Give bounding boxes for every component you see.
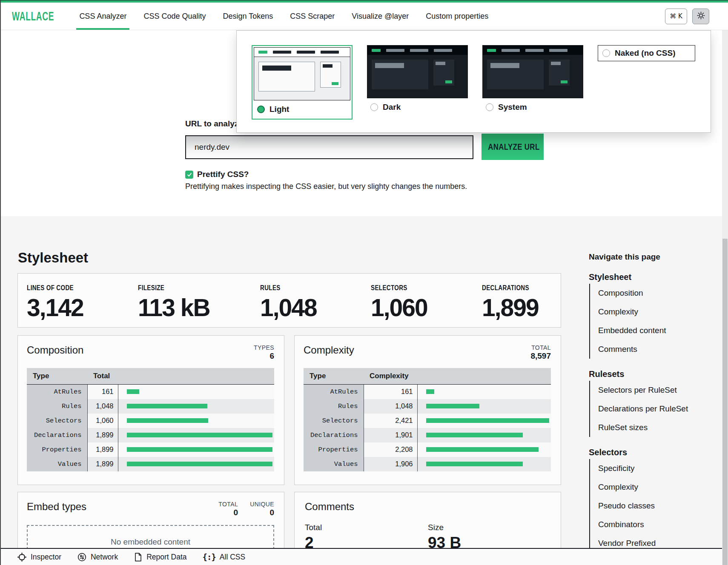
toolbar-item-inspector[interactable]: Inspector xyxy=(17,552,61,562)
toc-item-selectors-per-ruleset[interactable]: Selectors per RuleSet xyxy=(598,381,708,399)
column-header-bar xyxy=(417,368,551,385)
stat-label: FILESIZE xyxy=(138,284,164,292)
mini-side-box xyxy=(433,60,454,86)
types-value: 6 xyxy=(254,351,274,361)
stat-selectors: SELECTORS1,060 xyxy=(371,284,427,322)
toc-item-composition[interactable]: Composition xyxy=(598,284,708,302)
toc-item-specificity[interactable]: Specificity xyxy=(598,459,708,478)
nav-item-design-tokens[interactable]: Design Tokens xyxy=(223,3,273,30)
value-bar xyxy=(426,418,550,423)
mini-nav-chip xyxy=(434,49,452,52)
theme-radio-system[interactable] xyxy=(486,103,493,111)
toc-item-ruleset-sizes[interactable]: RuleSet sizes xyxy=(598,418,708,437)
analyze-url-button[interactable]: ANALYZE URL xyxy=(482,134,544,160)
sun-icon xyxy=(696,11,705,21)
mini-side-bar xyxy=(436,62,445,65)
row-type: Values xyxy=(304,457,364,471)
mini-main-box xyxy=(258,62,315,91)
toolbar-item-report-data[interactable]: Report Data xyxy=(134,552,186,562)
toc-item-combinators[interactable]: Combinators xyxy=(598,515,708,534)
toc-item-complexity[interactable]: Complexity xyxy=(598,302,708,321)
column-header-total: Total xyxy=(87,368,118,385)
value-bar xyxy=(426,404,479,408)
nav-item-css-analyzer[interactable]: CSS Analyzer xyxy=(79,3,126,30)
row-value: 1,048 xyxy=(364,399,417,414)
comments-title: Comments xyxy=(305,501,551,513)
url-input[interactable] xyxy=(185,135,473,159)
theme-radio-light[interactable] xyxy=(257,106,265,113)
toc-section-selectors[interactable]: Selectors xyxy=(589,448,708,457)
header-actions: ⌘ K xyxy=(665,3,728,30)
theme-option-system[interactable]: System xyxy=(482,45,583,115)
column-header-bar xyxy=(118,368,274,385)
table-row: Values1,899 xyxy=(27,457,274,471)
nav-item-visualize-layer[interactable]: Visualize @layer xyxy=(352,3,409,30)
theme-option-naked-no-css[interactable]: Naked (no CSS) xyxy=(598,45,695,61)
toolbar-item-label: Report Data xyxy=(146,553,186,562)
toc-item-declarations-per-ruleset[interactable]: Declarations per RuleSet xyxy=(598,399,708,418)
theme-option-label: Dark xyxy=(383,103,401,112)
theme-option-light[interactable]: Light xyxy=(252,45,353,120)
theme-option-dark[interactable]: Dark xyxy=(367,45,468,115)
prettify-checkbox[interactable] xyxy=(185,171,193,179)
scrollbar-track[interactable] xyxy=(722,30,728,565)
toc-item-comments[interactable]: Comments xyxy=(598,340,708,359)
table-row: AtRules161 xyxy=(304,385,551,399)
mini-heading-bar xyxy=(262,66,291,71)
value-bar xyxy=(127,418,208,423)
prettify-row: Prettify CSS? xyxy=(185,170,249,179)
toc-item-pseudo-classes[interactable]: Pseudo classes xyxy=(598,497,708,515)
row-value: 1,048 xyxy=(87,399,118,414)
value-bar xyxy=(127,404,207,408)
main-nav: CSS AnalyzerCSS Code QualityDesign Token… xyxy=(79,3,488,30)
mini-side-accent xyxy=(332,82,338,85)
row-value: 1,899 xyxy=(87,428,118,442)
toc-item-embedded-content[interactable]: Embedded content xyxy=(598,321,708,340)
toolbar-item-all-css[interactable]: {:}All CSS xyxy=(203,552,246,562)
row-value: 1,906 xyxy=(364,457,417,471)
mini-heading-bar xyxy=(375,63,404,68)
row-bar-cell xyxy=(118,399,274,414)
toc-item-complexity[interactable]: Complexity xyxy=(598,478,708,497)
row-type: Declarations xyxy=(27,428,87,442)
theme-toggle-button[interactable] xyxy=(692,9,709,24)
toc-section-stylesheet[interactable]: Stylesheet xyxy=(589,272,708,282)
toolbar-item-network[interactable]: Network xyxy=(77,552,118,562)
stats-panel: LINES OF CODE3,142FILESIZE113 kBRULES1,0… xyxy=(17,273,561,328)
url-label: URL to analyze xyxy=(185,119,243,128)
mini-nav-chip xyxy=(549,49,567,52)
mini-nav-chip xyxy=(321,51,339,54)
nav-item-css-scraper[interactable]: CSS Scraper xyxy=(290,3,335,30)
row-bar-cell xyxy=(118,385,274,399)
nav-item-css-code-quality[interactable]: CSS Code Quality xyxy=(143,3,206,30)
mini-main-box xyxy=(372,60,428,89)
mini-nav-chip xyxy=(502,49,520,52)
row-type: AtRules xyxy=(304,385,364,399)
theme-radio-naked-no-css[interactable] xyxy=(602,49,610,57)
row-bar-cell xyxy=(417,399,551,414)
bottom-toolbar: InspectorNetworkReport Data{:}All CSS xyxy=(1,548,728,565)
stat-rules: RULES1,048 xyxy=(260,284,317,322)
theme-radio-dark[interactable] xyxy=(370,103,378,111)
stat-value: 3,142 xyxy=(27,294,85,322)
row-bar-cell xyxy=(118,457,274,471)
wallace-app-window: WALLACE CSS AnalyzerCSS Code QualityDesi… xyxy=(0,0,728,565)
stat-declarations: DECLARATIONS1,899 xyxy=(482,284,541,322)
command-k-label: ⌘ K xyxy=(670,12,682,20)
report-data-icon xyxy=(134,552,143,562)
mini-nav-chip xyxy=(386,49,404,52)
row-type: Properties xyxy=(27,442,87,457)
command-palette-button[interactable]: ⌘ K xyxy=(665,9,687,24)
scrollbar-thumb[interactable] xyxy=(722,239,728,565)
toc-list: Selectors per RuleSetDeclarations per Ru… xyxy=(589,381,708,437)
composition-panel: Composition TYPES 6 Type Total AtRules16… xyxy=(17,335,284,485)
nav-item-custom-properties[interactable]: Custom properties xyxy=(426,3,488,30)
column-header-complexity: Complexity xyxy=(364,368,417,385)
toc-section-rulesets[interactable]: Rulesets xyxy=(589,369,708,379)
toolbar-item-label: Network xyxy=(91,553,118,562)
value-bar xyxy=(426,433,523,437)
mini-side-box xyxy=(320,62,341,88)
embed-types-title: Embed types xyxy=(27,501,86,513)
complexity-title: Complexity xyxy=(304,344,354,356)
app-logo[interactable]: WALLACE xyxy=(12,3,76,30)
